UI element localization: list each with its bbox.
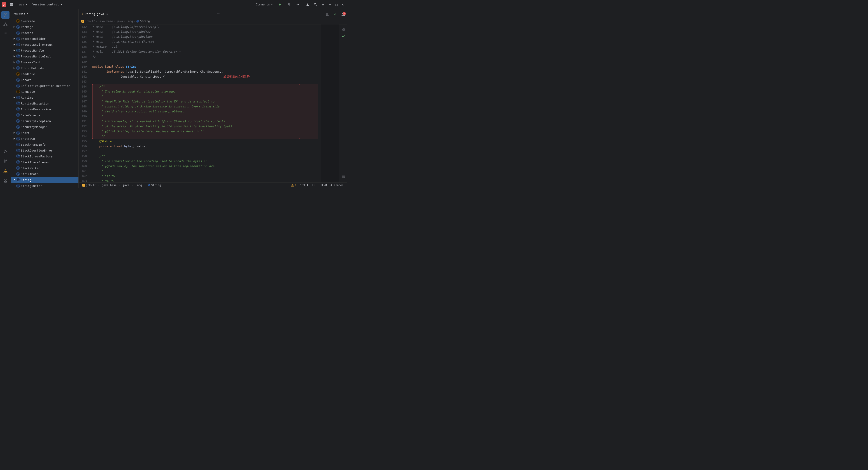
code-line: * {@code value}. The supported values in… — [92, 164, 318, 169]
editor-content[interactable]: 1321331341351361371381391401411421431441… — [79, 24, 321, 182]
expand-arrow — [13, 37, 16, 40]
sidebar-item-processbuilder[interactable]: CProcessBuilder — [11, 36, 79, 41]
line-number: 142 — [81, 74, 87, 79]
sidebar-item-shutdown[interactable]: CShutdown — [11, 136, 79, 142]
code-line: private final byte[] value; — [92, 144, 318, 149]
sidebar-item-stringbuffer[interactable]: CStringBuffer — [11, 183, 79, 188]
tab-string-java[interactable]: J String.java ✕ — [79, 10, 112, 18]
item-icon: C — [16, 166, 20, 170]
sidebar-item-process[interactable]: CProcess — [11, 30, 79, 36]
comments-button[interactable]: Comments — [254, 2, 275, 7]
activity-run[interactable] — [1, 147, 9, 155]
code-line: * @jls 15.18.1 String Concatenation Oper… — [92, 49, 318, 54]
expand-arrow — [13, 90, 16, 93]
breadcrumb-jdk17[interactable]: J jdk-17 — [81, 20, 95, 23]
sidebar-item-stackframeinfo[interactable]: CStackFrameInfo — [11, 142, 79, 147]
breadcrumb-javabase[interactable]: java.base — [98, 20, 113, 23]
status-indent[interactable]: 4 spaces — [329, 184, 345, 187]
sidebar-item-strictmath[interactable]: CStrictMath — [11, 171, 79, 177]
status-javabase[interactable]: java.base — [100, 182, 119, 188]
sidebar-item-runtime[interactable]: CRuntime — [11, 94, 79, 100]
breadcrumb-string[interactable]: C String — [136, 20, 150, 23]
sidebar-item-publicmethods[interactable]: CPublicMethods — [11, 65, 79, 71]
sidebar-item-record[interactable]: CRecord — [11, 77, 79, 83]
sidebar-item-securitymanager[interactable]: CSecurityManager — [11, 124, 79, 130]
sidebar-item-safevarargs[interactable]: CSafeVarargs — [11, 112, 79, 118]
status-warnings[interactable]: 1 — [289, 184, 298, 187]
expand-arrow — [13, 143, 16, 146]
right-tool-1[interactable] — [340, 26, 346, 33]
sidebar-item-readable[interactable]: iReadable — [11, 71, 79, 77]
status-lang[interactable]: lang — [133, 182, 144, 188]
code-lines[interactable]: * @see java.lang.Object#toString()* @see… — [90, 24, 321, 182]
users-icon[interactable] — [304, 2, 311, 7]
sidebar-item-stackoverflowerror[interactable]: CStackOverflowError — [11, 147, 79, 153]
menu-version-control[interactable]: Version control — [31, 2, 65, 7]
notifications-bell[interactable]: 1 — [340, 11, 346, 18]
status-lf[interactable]: LF — [310, 184, 317, 187]
sidebar-item-string[interactable]: CString — [11, 177, 79, 183]
svg-point-34 — [73, 13, 74, 14]
svg-point-17 — [6, 25, 7, 26]
right-tool-stack[interactable] — [340, 174, 346, 180]
expand-arrow — [13, 78, 16, 82]
checkmark-icon[interactable] — [332, 11, 338, 18]
settings-icon[interactable] — [320, 2, 327, 7]
sidebar-item-processimpl[interactable]: CProcessImpl — [11, 59, 79, 65]
run-button[interactable] — [277, 2, 283, 7]
tab-close[interactable]: ✕ — [105, 12, 109, 16]
sidebar-item-runnable[interactable]: iRunnable — [11, 89, 79, 94]
breadcrumb-lang[interactable]: lang — [126, 20, 133, 23]
status-java[interactable]: java — [121, 182, 131, 188]
activity-plugins[interactable] — [1, 177, 9, 185]
sidebar-gear[interactable] — [71, 11, 76, 16]
sidebar-item-runtimepermission[interactable]: CRuntimePermission — [11, 106, 79, 112]
menu-hamburger[interactable] — [8, 2, 15, 7]
window-maximize[interactable]: □ — [334, 2, 339, 7]
split-editor-icon[interactable] — [324, 11, 331, 18]
line-number: 156 — [81, 144, 87, 149]
search-icon[interactable] — [312, 2, 319, 7]
sidebar-item-short[interactable]: CShort — [11, 130, 79, 136]
sidebar-item-securityexception[interactable]: CSecurityException — [11, 118, 79, 124]
expand-arrow — [13, 25, 16, 29]
sidebar-item-runtimeexception[interactable]: CRuntimeException — [11, 100, 79, 106]
item-label: ProcessImpl — [21, 61, 40, 64]
more-button[interactable] — [294, 2, 301, 7]
activity-more[interactable] — [1, 29, 9, 37]
sidebar-item-override[interactable]: iOverride — [11, 18, 79, 24]
activity-git[interactable] — [1, 157, 9, 165]
code-line: * field after construction will cause pr… — [92, 109, 318, 114]
svg-point-7 — [297, 4, 298, 4]
tab-more[interactable] — [215, 10, 222, 18]
right-tool-2[interactable] — [340, 33, 346, 39]
menu-java[interactable]: java — [16, 2, 30, 7]
status-encoding[interactable]: UTF-8 — [317, 184, 329, 187]
activity-warnings[interactable] — [1, 167, 9, 175]
status-string[interactable]: String — [146, 182, 163, 188]
item-icon: C — [16, 125, 20, 129]
sidebar-item-stackwalker[interactable]: CStackWalker — [11, 165, 79, 171]
sidebar-item-package[interactable]: CPackage — [11, 24, 79, 30]
svg-rect-14 — [6, 13, 7, 15]
activity-project[interactable] — [1, 11, 9, 19]
code-line: * @see java.lang.Object#toString() — [92, 24, 318, 29]
code-line: * @since 1.0 — [92, 44, 318, 49]
sidebar-item-reflectiveoperationexception[interactable]: CReflectiveOperationException — [11, 83, 79, 89]
item-icon: i — [16, 90, 20, 93]
window-minimize[interactable]: ─ — [327, 2, 333, 7]
sidebar-item-processenvironment[interactable]: CProcessEnvironment — [11, 41, 79, 48]
window-close[interactable]: ✕ — [340, 2, 345, 7]
activity-structure[interactable] — [1, 20, 9, 28]
sidebar-item-processhandleimpl[interactable]: CProcessHandleImpl — [11, 53, 79, 59]
sidebar-item-processhandle[interactable]: IProcessHandle — [11, 48, 79, 53]
bookmark-button[interactable] — [285, 2, 292, 7]
svg-text:J: J — [82, 21, 83, 23]
sidebar-item-stacktraceelement[interactable]: CStackTraceElement — [11, 159, 79, 165]
sidebar-item-stackstreamfactory[interactable]: CStackStreamFactory — [11, 153, 79, 159]
code-line: @Stable — [92, 139, 318, 144]
breadcrumb-java[interactable]: java — [116, 20, 123, 23]
status-position[interactable]: 139:1 — [298, 184, 310, 187]
svg-line-18 — [4, 23, 5, 25]
status-jdk[interactable]: J jdk-17 — [81, 182, 97, 188]
